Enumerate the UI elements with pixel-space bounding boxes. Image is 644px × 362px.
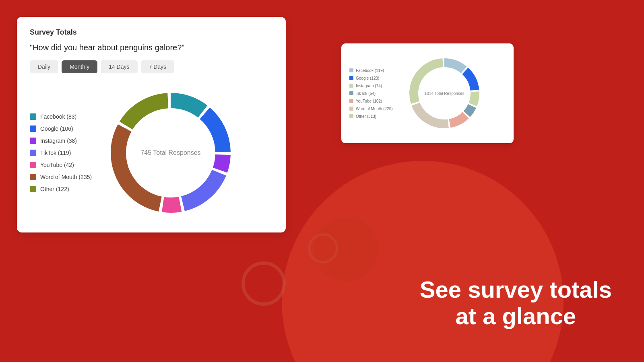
secondary-legend-color [349,107,353,111]
legend-item: Facebook (83) [30,113,94,120]
legend-label: Facebook (83) [40,113,76,120]
secondary-legend-color [349,114,353,118]
legend-color [30,125,36,132]
main-card: Survey Totals "How did you hear about pe… [17,17,286,232]
legend-color [30,150,36,156]
secondary-legend-label: Word of Mouth (229) [356,107,393,111]
secondary-legend: Facebook (119) Google (123) Instagram (7… [349,68,398,119]
secondary-donut-center-text: 1014 Total Responses [425,91,464,96]
legend-color [30,186,36,192]
filter-buttons: Daily Monthly 14 Days 7 Days [30,60,273,73]
secondary-legend-color [349,99,353,103]
secondary-card: Facebook (119) Google (123) Instagram (7… [341,43,514,143]
legend-item: Instagram (38) [30,138,94,144]
card-title: Survey Totals [30,28,273,37]
survey-question: "How did you hear about penguins galore?… [30,43,273,52]
secondary-donut-chart: 1014 Total Responses [404,53,485,134]
legend-label: Google (106) [40,125,73,132]
secondary-legend-item: TikTok (54) [349,91,398,96]
legend-label: Word of Mouth (235) [40,174,92,180]
legend-item: Other (122) [30,186,94,192]
donut-center-text: 745 Total Responses [140,149,200,156]
chart-area: Facebook (83) Google (106) Instagram (38… [30,84,273,221]
secondary-legend-color [349,68,353,72]
secondary-legend-color [349,76,353,80]
legend-color [30,113,36,120]
bg-small-circle-3 [308,233,338,263]
secondary-legend-label: Facebook (119) [356,68,384,73]
filter-daily[interactable]: Daily [30,60,58,73]
filter-14days[interactable]: 14 Days [101,60,137,73]
tagline-line1: See survey totals [420,276,612,303]
legend: Facebook (83) Google (106) Instagram (38… [30,113,94,192]
secondary-legend-item: Word of Mouth (229) [349,107,398,111]
secondary-legend-item: Google (123) [349,76,398,80]
secondary-legend-item: Other (313) [349,114,398,119]
secondary-legend-item: YouTube (102) [349,99,398,103]
filter-7days[interactable]: 7 Days [141,60,175,73]
legend-color [30,174,36,180]
secondary-legend-label: Google (123) [356,76,379,80]
secondary-legend-label: TikTok (54) [356,91,376,96]
legend-item: YouTube (42) [30,162,94,168]
tagline: See survey totals at a glance [420,276,612,330]
secondary-legend-item: Facebook (119) [349,68,398,73]
legend-item: Google (106) [30,125,94,132]
legend-color [30,138,36,144]
tagline-line2: at a glance [420,303,612,330]
secondary-legend-label: Other (313) [356,114,376,119]
filter-monthly[interactable]: Monthly [62,60,97,73]
legend-item: Word of Mouth (235) [30,174,94,180]
legend-label: TikTok (119) [40,150,71,156]
secondary-legend-item: Instagram (74) [349,84,398,88]
secondary-legend-color [349,91,353,95]
legend-label: Instagram (38) [40,138,77,144]
legend-color [30,162,36,168]
bg-small-circle-2 [242,261,286,306]
secondary-legend-label: Instagram (74) [356,84,382,88]
legend-label: YouTube (42) [40,162,74,168]
legend-item: TikTok (119) [30,150,94,156]
secondary-legend-label: YouTube (102) [356,99,382,103]
legend-label: Other (122) [40,186,69,192]
donut-chart: 745 Total Responses [102,84,239,221]
secondary-legend-color [349,84,353,88]
